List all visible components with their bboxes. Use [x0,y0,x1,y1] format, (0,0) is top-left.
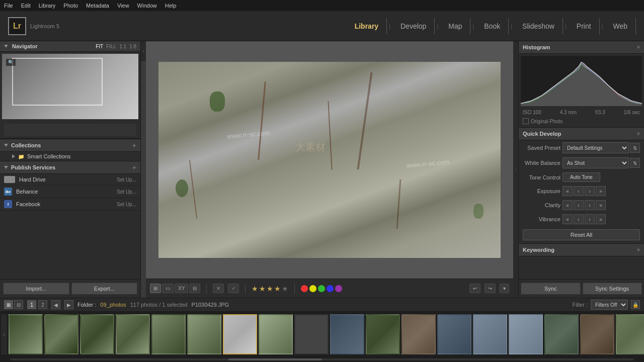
tab-library[interactable]: Library [347,18,387,34]
film-thumb-12[interactable] [437,314,471,354]
color-label-green[interactable] [318,285,325,292]
menu-metadata[interactable]: Metadata [86,3,109,9]
white-balance-select[interactable]: As Shot [562,157,629,168]
filmstrip-scrollbar[interactable] [0,357,644,362]
tab-print[interactable]: Print [569,18,600,34]
zoom-1to1[interactable]: 1:1 [119,44,126,49]
filmstrip-lock-btn[interactable]: 🔒 [631,300,640,309]
collections-collapse-arrow[interactable] [4,144,8,147]
star-5[interactable]: ★ [282,285,288,293]
publish-facebook[interactable]: f Facebook Set Up... [0,198,140,211]
clarity-inc-large-btn[interactable]: » [596,200,606,210]
star-rating[interactable]: ★ ★ ★ ★ ★ [252,285,288,293]
publish-hard-drive[interactable]: Hard Drive Set Up... [0,174,140,186]
auto-tone-button[interactable]: Auto Tone [562,172,600,182]
film-thumb-6[interactable] [187,314,221,354]
vibrance-inc-large-btn[interactable]: » [596,214,606,224]
publish-services-collapse-arrow[interactable] [4,166,8,169]
film-thumb-3[interactable] [80,314,114,354]
film-thumb-selected[interactable] [223,314,257,354]
original-photo-checkbox[interactable] [523,118,529,124]
navigator-preview[interactable]: 🔍 [2,54,138,119]
vibrance-inc-btn[interactable]: › [585,214,595,224]
film-thumb-14[interactable] [509,314,543,354]
color-label-purple[interactable] [335,285,342,292]
film-thumb-2[interactable] [44,314,78,354]
film-thumb-7[interactable] [259,314,293,354]
tab-develop[interactable]: Develop [392,18,435,34]
filmstrip-toggle-film[interactable]: ⊟ [14,300,23,309]
film-thumb-16[interactable] [580,314,614,354]
color-label-red[interactable] [301,285,308,292]
menu-edit[interactable]: Edit [21,3,31,9]
loupe-view-button[interactable]: ▭ [162,284,174,293]
add-publish-service-button[interactable]: + [132,164,136,171]
left-panel-collapse-handle[interactable]: ‹ [141,41,146,61]
clarity-inc-btn[interactable]: › [585,200,595,210]
hard-drive-setup-btn[interactable]: Set Up... [117,177,136,183]
clarity-dec-btn[interactable]: ‹ [574,200,584,210]
page-2-btn[interactable]: 2 [38,300,47,309]
color-label-blue[interactable] [327,285,334,292]
rotate-right-button[interactable]: ↪ [485,284,496,293]
film-thumb-5[interactable] [151,314,186,354]
vibrance-dec-btn[interactable]: ‹ [574,214,584,224]
tab-slideshow[interactable]: Slideshow [514,18,563,34]
exposure-inc-large-btn[interactable]: » [596,186,606,196]
film-thumb-15[interactable] [544,314,579,354]
page-1-btn[interactable]: 1 [27,300,36,309]
film-thumb-10[interactable] [366,314,400,354]
star-4[interactable]: ★ [274,285,281,293]
smart-collections-expand-arrow[interactable] [12,154,15,158]
behance-setup-btn[interactable]: Set Up... [117,189,136,195]
star-3[interactable]: ★ [267,285,273,293]
filter-select[interactable]: Filters Off [591,300,628,310]
film-thumb-13[interactable] [473,314,507,354]
import-button[interactable]: Import... [3,283,69,295]
film-thumb-11[interactable] [401,314,436,354]
filmstrip-scroll-left[interactable]: ‹ [1,314,7,354]
film-thumb-9[interactable] [330,314,364,354]
menu-file[interactable]: File [4,3,13,9]
film-thumb-4[interactable] [116,314,150,354]
exposure-dec-large-btn[interactable]: « [562,186,573,196]
reset-all-button[interactable]: Reset All [523,229,640,240]
sync-button[interactable]: Sync [521,283,581,295]
pick-flag-btn[interactable]: ✓ [228,284,239,293]
survey-view-button[interactable]: ⊟ [189,284,200,293]
toolbar-extras-button[interactable]: ▾ [500,284,509,293]
facebook-setup-btn[interactable]: Set Up... [117,202,136,207]
sync-settings-button[interactable]: Sync Settings [583,283,642,295]
reject-flag-btn[interactable]: ✕ [213,284,224,293]
original-photo-toggle[interactable]: Original Photo [519,117,644,127]
star-2[interactable]: ★ [259,285,266,293]
menu-window[interactable]: Window [137,3,157,9]
tab-map[interactable]: Map [440,18,470,34]
saved-preset-select[interactable]: Default Settings [562,142,629,153]
main-image-area[interactable]: www.rr-sc.com www.rr-sc.com 大素材 [146,41,513,279]
film-thumb-17[interactable] [616,314,644,354]
menu-photo[interactable]: Photo [63,3,78,9]
publish-behance[interactable]: Be Behance Set Up... [0,186,140,198]
quick-develop-collapse-arrow[interactable]: ▾ [637,130,640,137]
tab-book[interactable]: Book [476,18,509,34]
zoom-fit[interactable]: FIT [96,44,103,49]
folder-name[interactable]: 09_photos [100,302,126,308]
prev-page-btn[interactable]: ◀ [51,300,60,309]
histogram-collapse-arrow[interactable]: ▾ [637,44,640,51]
vibrance-dec-large-btn[interactable]: « [562,214,573,224]
exposure-inc-btn[interactable]: › [585,186,595,196]
add-collection-button[interactable]: + [132,142,136,149]
tab-web[interactable]: Web [605,18,636,34]
clarity-dec-large-btn[interactable]: « [562,200,573,210]
menu-library[interactable]: Library [39,3,56,9]
white-balance-cycle-btn[interactable]: ⇅ [630,158,640,168]
film-thumb-8[interactable] [294,314,329,354]
next-page-btn[interactable]: ▶ [64,300,73,309]
collections-section-header[interactable]: Collections + [0,139,140,152]
menu-view[interactable]: View [117,3,129,9]
rotate-left-button[interactable]: ↩ [469,284,480,293]
exposure-dec-btn[interactable]: ‹ [574,186,584,196]
compare-view-button[interactable]: XY [175,284,188,293]
keywording-collapse-arrow[interactable]: ▾ [637,246,640,253]
